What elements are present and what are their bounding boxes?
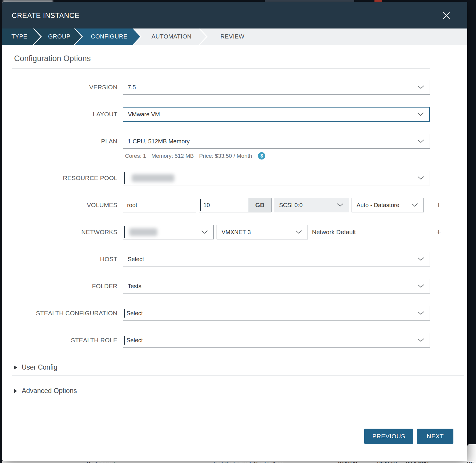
layout-select[interactable]: VMware VM bbox=[123, 107, 430, 122]
stealth-configuration-label: STEALTH CONFIGURATION bbox=[12, 310, 117, 317]
plan-label: PLAN bbox=[12, 138, 117, 145]
text-caret bbox=[124, 172, 125, 184]
field-row-layout: LAYOUT VMware VM bbox=[12, 107, 430, 122]
chevron-down-icon bbox=[413, 112, 424, 116]
text-caret bbox=[124, 336, 125, 345]
background-containers-text: Containers: 1 bbox=[87, 461, 116, 463]
chevron-down-icon bbox=[414, 85, 424, 89]
volume-datastore-select[interactable]: Auto - Datastore bbox=[352, 198, 424, 212]
background-memory-header: ME bbox=[467, 461, 474, 463]
background-health-header: HEALTH bbox=[377, 461, 397, 463]
plan-price-text: Price: $33.50 / Month bbox=[199, 153, 252, 159]
triangle-right-icon bbox=[14, 365, 17, 370]
volume-unit-addon: GB bbox=[248, 198, 272, 212]
stealth-role-label: STEALTH ROLE bbox=[12, 337, 117, 344]
chevron-down-icon bbox=[414, 311, 424, 315]
chevron-down-icon bbox=[414, 338, 424, 342]
wizard-step-configure[interactable]: CONFIGURE bbox=[75, 28, 140, 45]
wizard-steps: TYPE GROUP CONFIGURE AUTOMATION REVIEW bbox=[2, 28, 467, 45]
volume-size-input[interactable] bbox=[199, 198, 248, 212]
user-config-section-toggle[interactable]: User Config bbox=[12, 360, 464, 376]
field-row-plan: PLAN 1 CPU, 512MB Memory bbox=[12, 134, 430, 149]
stealth-role-select[interactable]: Select bbox=[123, 333, 430, 348]
close-icon[interactable] bbox=[442, 11, 451, 20]
collapsible-sections: User Config Advanced Options bbox=[2, 360, 467, 399]
field-row-folder: FOLDER Tests bbox=[12, 279, 430, 293]
previous-button[interactable]: PREVIOUS bbox=[364, 429, 413, 444]
chevron-down-icon bbox=[408, 203, 418, 207]
background-table-row: Containers: 1 Last Deployment: Gamble Ap… bbox=[2, 461, 476, 463]
field-row-stealth-configuration: STEALTH CONFIGURATION Select bbox=[12, 306, 430, 321]
background-deployment-text: Last Deployment: Gamble Apps bbox=[214, 461, 284, 463]
volumes-label: VOLUMES bbox=[12, 202, 117, 209]
chevron-down-icon bbox=[414, 284, 424, 288]
configure-form: Configuration Options VERSION 7.5 LAYOUT… bbox=[2, 45, 467, 348]
create-instance-modal: CREATE INSTANCE TYPE GROUP CONFIGURE AUT… bbox=[2, 2, 467, 461]
modal-title: CREATE INSTANCE bbox=[12, 11, 80, 20]
network-select[interactable] bbox=[123, 225, 214, 239]
redacted-resource-pool-value bbox=[132, 174, 174, 182]
resource-pool-label: RESOURCE POOL bbox=[12, 175, 117, 182]
field-row-volumes: VOLUMES GB SCSI 0:0 Auto - bbox=[12, 198, 430, 212]
chevron-down-icon bbox=[198, 230, 208, 234]
modal-header: CREATE INSTANCE bbox=[2, 2, 467, 28]
text-caret bbox=[124, 309, 125, 318]
chevron-down-icon bbox=[414, 257, 424, 261]
version-select[interactable]: 7.5 bbox=[123, 80, 430, 95]
wizard-step-automation[interactable]: AUTOMATION bbox=[134, 28, 206, 45]
text-caret bbox=[124, 226, 125, 238]
price-dollar-icon: $ bbox=[258, 152, 265, 160]
resource-pool-select[interactable] bbox=[123, 171, 430, 185]
folder-label: FOLDER bbox=[12, 283, 117, 290]
field-row-resource-pool: RESOURCE POOL bbox=[12, 171, 430, 185]
field-row-version: VERSION 7.5 bbox=[12, 80, 430, 95]
modal-footer: PREVIOUS NEXT bbox=[2, 429, 467, 444]
wizard-steps-filler bbox=[259, 28, 467, 45]
field-row-networks: NETWORKS VMXNET 3 Network Default + bbox=[12, 225, 430, 239]
folder-select[interactable]: Tests bbox=[123, 279, 430, 293]
volume-name-input[interactable] bbox=[123, 198, 196, 212]
plan-helper-row: Cores: 1 Memory: 512 MB Price: $33.50 / … bbox=[12, 152, 430, 160]
field-row-stealth-role: STEALTH ROLE Select bbox=[12, 333, 430, 348]
chevron-down-icon bbox=[292, 230, 302, 234]
advanced-options-section-toggle[interactable]: Advanced Options bbox=[12, 383, 464, 399]
plan-cores-text: Cores: 1 bbox=[125, 153, 146, 159]
plan-select[interactable]: 1 CPU, 512MB Memory bbox=[123, 134, 430, 149]
layout-label: LAYOUT bbox=[12, 111, 117, 118]
background-right-strip bbox=[467, 0, 476, 444]
wizard-step-group[interactable]: GROUP bbox=[34, 28, 82, 45]
plan-memory-text: Memory: 512 MB bbox=[151, 153, 194, 159]
chevron-down-icon bbox=[414, 139, 424, 143]
network-interface-select[interactable]: VMXNET 3 bbox=[217, 225, 308, 239]
background-panel-corner bbox=[467, 444, 476, 463]
text-caret bbox=[200, 199, 201, 211]
triangle-right-icon bbox=[14, 389, 17, 393]
add-network-button[interactable]: + bbox=[436, 228, 441, 236]
volume-controller-select[interactable]: SCSI 0:0 bbox=[274, 198, 349, 212]
background-maxcpu-header: MAX CPU bbox=[406, 461, 428, 463]
wizard-step-type[interactable]: TYPE bbox=[2, 28, 40, 45]
version-label: VERSION bbox=[12, 84, 117, 91]
page-title: Configuration Options bbox=[12, 45, 430, 69]
host-select[interactable]: Select bbox=[123, 252, 430, 266]
network-default-text: Network Default bbox=[312, 229, 356, 236]
chevron-down-icon bbox=[414, 176, 424, 180]
background-status-header: STATUS bbox=[338, 461, 357, 463]
field-row-host: HOST Select bbox=[12, 252, 430, 266]
wizard-step-review[interactable]: REVIEW bbox=[200, 28, 259, 45]
host-label: HOST bbox=[12, 256, 117, 263]
redacted-network-value bbox=[129, 228, 157, 236]
networks-label: NETWORKS bbox=[12, 229, 117, 236]
next-button[interactable]: NEXT bbox=[417, 429, 453, 444]
add-volume-button[interactable]: + bbox=[436, 201, 441, 209]
chevron-down-icon bbox=[333, 203, 344, 207]
stealth-configuration-select[interactable]: Select bbox=[123, 306, 430, 321]
